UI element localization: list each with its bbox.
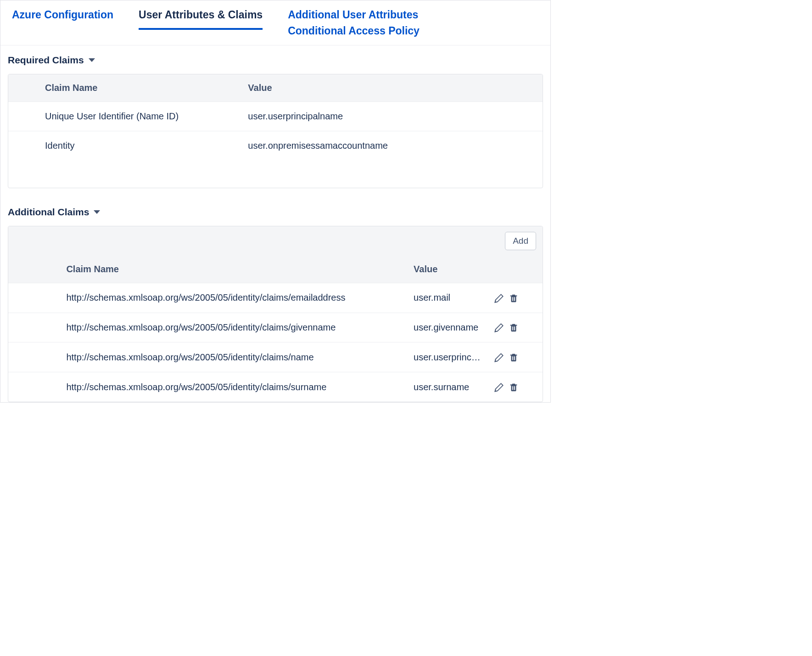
trash-icon[interactable] xyxy=(509,323,519,333)
col-claim-name: Claim Name xyxy=(40,74,243,102)
trash-icon[interactable] xyxy=(509,382,519,392)
cell-claim-name: Identity xyxy=(40,131,243,161)
table-row[interactable]: http://schemas.xmlsoap.org/ws/2005/05/id… xyxy=(8,342,543,372)
trash-icon[interactable] xyxy=(509,293,519,303)
col-claim-name: Claim Name xyxy=(62,256,409,283)
col-actions xyxy=(489,256,543,283)
cell-value: user.surname xyxy=(409,372,489,402)
edit-icon[interactable] xyxy=(494,353,504,363)
cell-claim-name: Unique User Identifier (Name ID) xyxy=(40,102,243,131)
table-row[interactable]: http://schemas.xmlsoap.org/ws/2005/05/id… xyxy=(8,372,543,402)
col-value: Value xyxy=(409,256,489,283)
col-pad xyxy=(8,256,62,283)
table-row[interactable]: Identity user.onpremisessamaccountname xyxy=(8,131,543,161)
spacer-row xyxy=(8,160,543,188)
required-claims-title: Required Claims xyxy=(8,55,84,66)
tab-additional-and-policy[interactable]: Additional User Attributes Conditional A… xyxy=(288,7,420,45)
cell-value: user.givenname xyxy=(409,313,489,342)
table-row[interactable]: http://schemas.xmlsoap.org/ws/2005/05/id… xyxy=(8,283,543,313)
caret-down-icon xyxy=(94,210,100,214)
cell-value: user.userprincipalname xyxy=(243,102,543,131)
cell-value: user.onpremisessamaccountname xyxy=(243,131,543,161)
caret-down-icon xyxy=(89,58,95,62)
page-container: Azure Configuration User Attributes & Cl… xyxy=(0,0,551,403)
col-value: Value xyxy=(243,74,543,102)
tab-bar: Azure Configuration User Attributes & Cl… xyxy=(0,0,550,45)
edit-icon[interactable] xyxy=(494,382,504,392)
tab-additional-user-attributes-label: Additional User Attributes xyxy=(288,7,420,23)
required-claims-toggle[interactable]: Required Claims xyxy=(8,55,95,66)
cell-claim-name: http://schemas.xmlsoap.org/ws/2005/05/id… xyxy=(62,283,409,313)
tab-user-attributes-claims[interactable]: User Attributes & Claims xyxy=(139,7,263,29)
table-row[interactable]: http://schemas.xmlsoap.org/ws/2005/05/id… xyxy=(8,313,543,342)
tab-conditional-access-policy-label: Conditional Access Policy xyxy=(288,23,420,39)
section-additional-claims: Additional Claims Add Claim Name Value h… xyxy=(0,207,550,402)
col-pad xyxy=(8,74,40,102)
additional-claims-title: Additional Claims xyxy=(8,207,89,218)
additional-claims-panel: Add Claim Name Value http://schemas.xmls… xyxy=(8,226,543,402)
add-button[interactable]: Add xyxy=(505,232,536,250)
section-required-claims: Required Claims Claim Name Value Unique … xyxy=(0,45,550,188)
trash-icon[interactable] xyxy=(509,353,519,363)
cell-claim-name: http://schemas.xmlsoap.org/ws/2005/05/id… xyxy=(62,372,409,402)
additional-claims-toolbar: Add xyxy=(8,226,543,256)
table-row[interactable]: Unique User Identifier (Name ID) user.us… xyxy=(8,102,543,131)
edit-icon[interactable] xyxy=(494,323,504,333)
cell-claim-name: http://schemas.xmlsoap.org/ws/2005/05/id… xyxy=(62,342,409,372)
required-claims-table: Claim Name Value Unique User Identifier … xyxy=(8,74,543,188)
additional-claims-table: Claim Name Value http://schemas.xmlsoap.… xyxy=(8,256,543,402)
cell-claim-name: http://schemas.xmlsoap.org/ws/2005/05/id… xyxy=(62,313,409,342)
tab-azure-configuration[interactable]: Azure Configuration xyxy=(12,7,113,29)
edit-icon[interactable] xyxy=(494,293,504,303)
cell-value: user.mail xyxy=(409,283,489,313)
cell-value: user.userprincipalname xyxy=(409,342,489,372)
required-claims-panel: Claim Name Value Unique User Identifier … xyxy=(8,74,543,188)
additional-claims-toggle[interactable]: Additional Claims xyxy=(8,207,100,218)
